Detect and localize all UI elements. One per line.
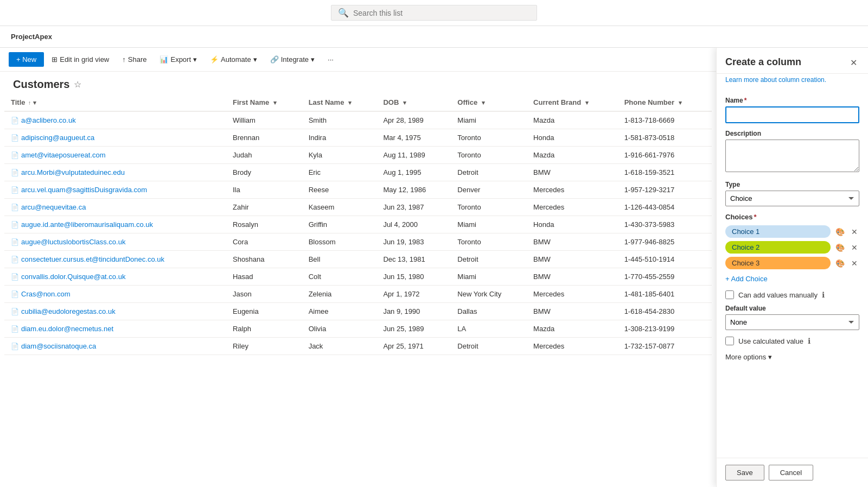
col-brand[interactable]: Current Brand ▾ — [527, 94, 618, 111]
choice-3-delete-button[interactable]: ✕ — [850, 257, 859, 269]
cell-dob: Apr 28, 1989 — [376, 111, 451, 129]
edit-grid-button[interactable]: ⊞ Edit in grid view — [46, 52, 114, 67]
search-input[interactable] — [353, 9, 530, 17]
cell-phone: 1-770-455-2559 — [618, 268, 712, 286]
cell-title: 📄consectetuer.cursus.et@tinciduntDonec.c… — [4, 251, 226, 268]
cell-title: 📄diam@sociisnatoque.ca — [4, 338, 226, 355]
use-calculated-checkbox[interactable] — [725, 337, 734, 345]
cell-first-name: Zahir — [226, 199, 302, 216]
can-add-values-checkbox[interactable] — [725, 290, 734, 299]
integrate-button[interactable]: 🔗 Integrate ▾ — [265, 52, 320, 67]
choice-1-input[interactable] — [725, 225, 831, 238]
export-icon: 📊 — [159, 55, 168, 64]
cell-phone: 1-308-213-9199 — [618, 320, 712, 338]
table-row[interactable]: 📄cubilia@eudoloregestas.co.uk Eugenia Ai… — [4, 303, 712, 320]
table-row[interactable]: 📄amet@vitaeposuereat.com Judah Kyla Aug … — [4, 147, 712, 164]
cell-title: 📄arcu@nequevitae.ca — [4, 199, 226, 216]
col-phone[interactable]: Phone Number ▾ — [618, 94, 712, 111]
search-icon: 🔍 — [338, 8, 349, 18]
table-row[interactable]: 📄consectetuer.cursus.et@tinciduntDonec.c… — [4, 251, 712, 268]
table-row[interactable]: 📄adipiscing@augueut.ca Brennan Indira Ma… — [4, 129, 712, 147]
default-value-select[interactable]: None Choice 1 Choice 2 Choice 3 — [725, 314, 859, 330]
cell-title: 📄arcu.Morbi@vulputateduinec.edu — [4, 164, 226, 181]
table-row[interactable]: 📄arcu@nequevitae.ca Zahir Kaseem Jun 23,… — [4, 199, 712, 216]
cell-brand: Mercedes — [527, 199, 618, 216]
export-button[interactable]: 📊 Export ▾ — [154, 52, 202, 67]
cell-office: Dallas — [451, 303, 527, 320]
cell-office: Miami — [451, 111, 527, 129]
col-first-name[interactable]: First Name ▾ — [226, 94, 302, 111]
save-button[interactable]: Save — [725, 465, 764, 480]
table-row[interactable]: 📄arcu.vel.quam@sagittisDuisgravida.com I… — [4, 181, 712, 199]
cell-office: New York City — [451, 286, 527, 303]
cell-title: 📄cubilia@eudoloregestas.co.uk — [4, 303, 226, 320]
more-toolbar-button[interactable]: ··· — [322, 52, 339, 67]
cell-phone: 1-430-373-5983 — [618, 216, 712, 233]
cell-office: Toronto — [451, 147, 527, 164]
cell-last-name: Blossom — [302, 233, 377, 251]
table-row[interactable]: 📄diam.eu.dolor@necmetus.net Ralph Olivia… — [4, 320, 712, 338]
cell-brand: Honda — [527, 129, 618, 147]
create-column-panel: Create a column ✕ Learn more about colum… — [716, 48, 868, 487]
content-area: + New ⊞ Edit in grid view ↑ Share 📊 Expo… — [0, 48, 716, 487]
cell-first-name: William — [226, 111, 302, 129]
share-icon: ↑ — [122, 55, 126, 64]
description-input[interactable] — [725, 140, 859, 172]
table-row[interactable]: 📄augue@luctuslobortisClass.co.uk Cora Bl… — [4, 233, 712, 251]
choice-2-delete-button[interactable]: ✕ — [850, 242, 859, 254]
choice-2-edit-button[interactable]: 🎨 — [834, 242, 846, 254]
cancel-button[interactable]: Cancel — [769, 465, 813, 480]
learn-more-link[interactable]: Learn more about column creation. — [717, 74, 868, 90]
choice-1-delete-button[interactable]: ✕ — [850, 226, 859, 238]
search-box[interactable]: 🔍 — [331, 5, 537, 21]
col-office[interactable]: Office ▾ — [451, 94, 527, 111]
cell-last-name: Aimee — [302, 303, 377, 320]
cell-brand: BMW — [527, 303, 618, 320]
list-header: Customers ☆ — [0, 72, 716, 94]
cell-dob: May 12, 1986 — [376, 181, 451, 199]
table-row[interactable]: 📄augue.id.ante@liberomaurisaliquam.co.uk… — [4, 216, 712, 233]
table-row[interactable]: 📄arcu.Morbi@vulputateduinec.edu Brody Er… — [4, 164, 712, 181]
cell-phone: 1-813-718-6669 — [618, 111, 712, 129]
cell-phone: 1-581-873-0518 — [618, 129, 712, 147]
toolbar: + New ⊞ Edit in grid view ↑ Share 📊 Expo… — [0, 48, 716, 72]
use-calculated-row: Use calculated value ℹ — [725, 337, 859, 345]
type-select[interactable]: Choice Text Number Date Yes/No Person Hy… — [725, 191, 859, 206]
cell-brand: BMW — [527, 251, 618, 268]
project-title: ProjectApex — [7, 33, 56, 41]
automate-button[interactable]: ⚡ Automate ▾ — [205, 52, 263, 67]
share-button[interactable]: ↑ Share — [117, 52, 152, 67]
cell-first-name: Hasad — [226, 268, 302, 286]
cell-phone: 1-445-510-1914 — [618, 251, 712, 268]
cell-office: Toronto — [451, 199, 527, 216]
cell-phone: 1-126-443-0854 — [618, 199, 712, 216]
cell-title: 📄a@aclibero.co.uk — [4, 111, 226, 129]
favorite-icon[interactable]: ☆ — [74, 79, 81, 90]
choice-3-input[interactable] — [725, 257, 831, 269]
table-row[interactable]: 📄convallis.dolor.Quisque@at.co.uk Hasad … — [4, 268, 712, 286]
col-last-name[interactable]: Last Name ▾ — [302, 94, 377, 111]
table-row[interactable]: 📄a@aclibero.co.uk William Smith Apr 28, … — [4, 111, 712, 129]
cell-phone: 1-916-661-7976 — [618, 147, 712, 164]
add-choice-button[interactable]: + Add Choice — [725, 273, 768, 285]
cell-first-name: Rosalyn — [226, 216, 302, 233]
more-options-chevron: ▾ — [768, 353, 772, 361]
can-add-values-row: Can add values manually ℹ — [725, 290, 859, 299]
col-title[interactable]: Title ↑▾ — [4, 94, 226, 111]
panel-close-button[interactable]: ✕ — [848, 56, 859, 69]
choice-2-input[interactable] — [725, 241, 831, 254]
cell-first-name: Shoshana — [226, 251, 302, 268]
new-button[interactable]: + New — [9, 52, 44, 67]
more-options-button[interactable]: More options ▾ — [725, 351, 772, 363]
cell-first-name: Ila — [226, 181, 302, 199]
col-dob[interactable]: DOB ▾ — [376, 94, 451, 111]
table-row[interactable]: 📄Cras@non.com Jason Zelenia Apr 1, 1972 … — [4, 286, 712, 303]
cell-brand: Honda — [527, 216, 618, 233]
cell-last-name: Olivia — [302, 320, 377, 338]
name-label: Name * — [725, 97, 859, 104]
choice-3-edit-button[interactable]: 🎨 — [834, 257, 846, 269]
choice-1-edit-button[interactable]: 🎨 — [834, 226, 846, 238]
cell-last-name: Kaseem — [302, 199, 377, 216]
name-input[interactable] — [725, 106, 859, 123]
table-row[interactable]: 📄diam@sociisnatoque.ca Riley Jack Apr 25… — [4, 338, 712, 355]
